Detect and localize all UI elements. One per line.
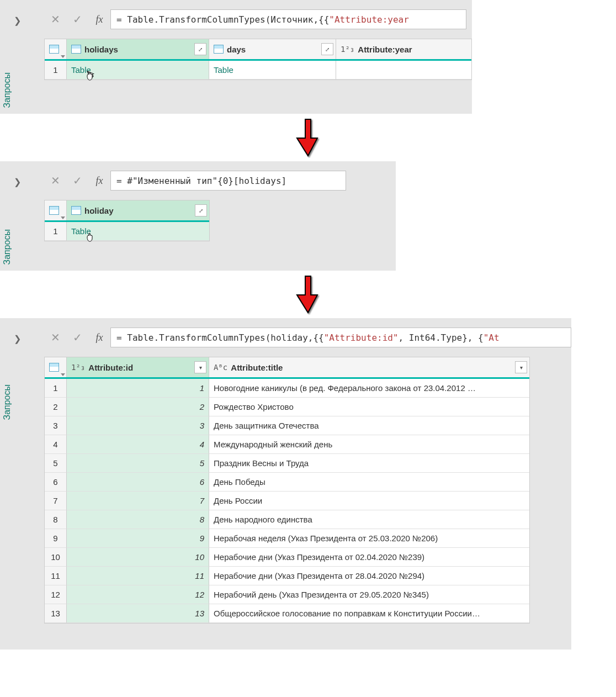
- cell-id[interactable]: 13: [67, 604, 209, 623]
- confirm-button[interactable]: ✓: [66, 328, 88, 347]
- row-index[interactable]: 6: [45, 473, 67, 492]
- queries-side-tab[interactable]: Запросы: [2, 229, 12, 265]
- cell-id[interactable]: 4: [67, 435, 209, 454]
- col-header-id[interactable]: 1²₃Attribute:id▾: [67, 357, 209, 377]
- queries-side-tab[interactable]: Запросы: [2, 384, 12, 420]
- fx-button[interactable]: fx: [88, 171, 110, 191]
- queries-side-tab[interactable]: Запросы: [2, 72, 12, 108]
- cell-title[interactable]: Нерабочий день (Указ Президента от 29.05…: [209, 585, 529, 604]
- red-arrow-icon: [295, 274, 321, 315]
- formula-input[interactable]: = Table.TransformColumnTypes(holiday,{{"…: [110, 328, 571, 347]
- confirm-button[interactable]: ✓: [66, 9, 88, 29]
- table-row: 44Международный женский день: [45, 435, 529, 454]
- filter-icon[interactable]: ▾: [194, 361, 206, 373]
- cell-id[interactable]: 9: [67, 529, 209, 548]
- chevron-down-icon: [61, 55, 65, 58]
- formula-bar: ✕ ✓ fx = Table.TransformColumnTypes(holi…: [44, 328, 571, 347]
- row-index-header[interactable]: [45, 200, 67, 220]
- cell-id[interactable]: 10: [67, 548, 209, 567]
- cancel-button[interactable]: ✕: [44, 9, 66, 29]
- cell-year[interactable]: [336, 61, 471, 80]
- cell-title[interactable]: Рождество Христово: [209, 398, 529, 416]
- fx-button[interactable]: fx: [88, 9, 110, 29]
- header-row: holidays⤢ days⤢ 1²₃Attribute:year: [45, 39, 471, 61]
- cell-days[interactable]: Table: [209, 61, 336, 80]
- formula-input[interactable]: = Table.TransformColumnTypes(Источник,{{…: [110, 9, 466, 29]
- pq-panel-3: ❯ Запросы ✕ ✓ fx = Table.TransformColumn…: [0, 318, 571, 650]
- row-index[interactable]: 1: [45, 379, 67, 398]
- cell-title[interactable]: День защитника Отечества: [209, 416, 529, 435]
- table-row: 77День России: [45, 492, 529, 510]
- cancel-button[interactable]: ✕: [44, 328, 66, 347]
- cell-id[interactable]: 8: [67, 510, 209, 529]
- cell-title[interactable]: Нерабочая неделя (Указ Президента от 25.…: [209, 529, 529, 548]
- col-header-holiday[interactable]: holiday⤢: [67, 200, 209, 220]
- cell-id[interactable]: 5: [67, 454, 209, 473]
- table-row: 99Нерабочая неделя (Указ Президента от 2…: [45, 529, 529, 548]
- col-header-holidays[interactable]: holidays⤢: [67, 39, 209, 59]
- expand-icon[interactable]: ⤢: [194, 43, 206, 55]
- col-label: Attribute:title: [231, 363, 283, 372]
- table-icon: [214, 45, 224, 54]
- col-label: holidays: [84, 45, 118, 54]
- row-index[interactable]: 7: [45, 492, 67, 510]
- formula-bar: ✕ ✓ fx = Table.TransformColumnTypes(Исто…: [44, 9, 466, 29]
- row-index[interactable]: 10: [45, 548, 67, 567]
- col-header-title[interactable]: AᴮcAttribute:title▾: [209, 357, 529, 377]
- cell-holiday[interactable]: Table: [67, 222, 209, 241]
- expand-chevron[interactable]: ❯: [14, 177, 21, 187]
- table-row: 1313Общероссийское голосование по поправ…: [45, 604, 529, 623]
- cell-id[interactable]: 11: [67, 567, 209, 585]
- row-index[interactable]: 3: [45, 416, 67, 435]
- row-index[interactable]: 9: [45, 529, 67, 548]
- row-index[interactable]: 13: [45, 604, 67, 623]
- row-index-header[interactable]: [45, 357, 67, 377]
- formula-input[interactable]: = #"Измененный тип"{0}[holidays]: [110, 171, 346, 191]
- cell-id[interactable]: 12: [67, 585, 209, 604]
- cell-id[interactable]: 2: [67, 398, 209, 416]
- row-index[interactable]: 5: [45, 454, 67, 473]
- number-type-icon: 1²₃: [71, 363, 85, 372]
- header-row: 1²₃Attribute:id▾ AᴮcAttribute:title▾: [45, 357, 529, 379]
- formula-string: "Attribute:id": [324, 332, 399, 343]
- col-label: days: [227, 45, 246, 54]
- formula-text: = #"Измененный тип"{0}[holidays]: [116, 176, 286, 186]
- cell-title[interactable]: Общероссийское голосование по поправкам …: [209, 604, 529, 623]
- cell-value: Table: [71, 226, 91, 236]
- cell-title[interactable]: Новогодние каникулы (в ред. Федерального…: [209, 379, 529, 398]
- cell-id[interactable]: 3: [67, 416, 209, 435]
- pq-panel-2: ❯ Запросы ✕ ✓ fx = #"Измененный тип"{0}[…: [0, 161, 396, 271]
- cancel-button[interactable]: ✕: [44, 171, 66, 191]
- cell-id[interactable]: 1: [67, 379, 209, 398]
- expand-chevron[interactable]: ❯: [14, 15, 21, 26]
- row-index[interactable]: 4: [45, 435, 67, 454]
- row-index[interactable]: 2: [45, 398, 67, 416]
- header-row: holiday⤢: [45, 200, 209, 222]
- row-index[interactable]: 12: [45, 585, 67, 604]
- expand-icon[interactable]: ⤢: [195, 204, 207, 217]
- cell-title[interactable]: Нерабочие дни (Указ Президента от 28.04.…: [209, 567, 529, 585]
- row-index-header[interactable]: [45, 39, 67, 59]
- row-index[interactable]: 1: [45, 61, 67, 80]
- cell-id[interactable]: 7: [67, 492, 209, 510]
- col-header-year[interactable]: 1²₃Attribute:year: [336, 39, 471, 59]
- filter-icon[interactable]: ▾: [515, 361, 527, 373]
- row-index[interactable]: 8: [45, 510, 67, 529]
- row-index[interactable]: 1: [45, 222, 67, 241]
- cell-holidays[interactable]: Table: [67, 61, 209, 80]
- fx-button[interactable]: fx: [88, 328, 110, 347]
- number-type-icon: 1²₃: [341, 45, 354, 54]
- cell-title[interactable]: День Победы: [209, 473, 529, 492]
- cell-title[interactable]: Международный женский день: [209, 435, 529, 454]
- confirm-button[interactable]: ✓: [66, 171, 88, 191]
- table-row: 1111Нерабочие дни (Указ Президента от 28…: [45, 567, 529, 585]
- cell-title[interactable]: Нерабочие дни (Указ Президента от 02.04.…: [209, 548, 529, 567]
- row-index[interactable]: 11: [45, 567, 67, 585]
- cell-title[interactable]: День народного единства: [209, 510, 529, 529]
- cell-title[interactable]: Праздник Весны и Труда: [209, 454, 529, 473]
- expand-icon[interactable]: ⤢: [321, 43, 333, 55]
- expand-chevron[interactable]: ❯: [14, 334, 21, 344]
- cell-id[interactable]: 6: [67, 473, 209, 492]
- col-header-days[interactable]: days⤢: [209, 39, 336, 59]
- cell-title[interactable]: День России: [209, 492, 529, 510]
